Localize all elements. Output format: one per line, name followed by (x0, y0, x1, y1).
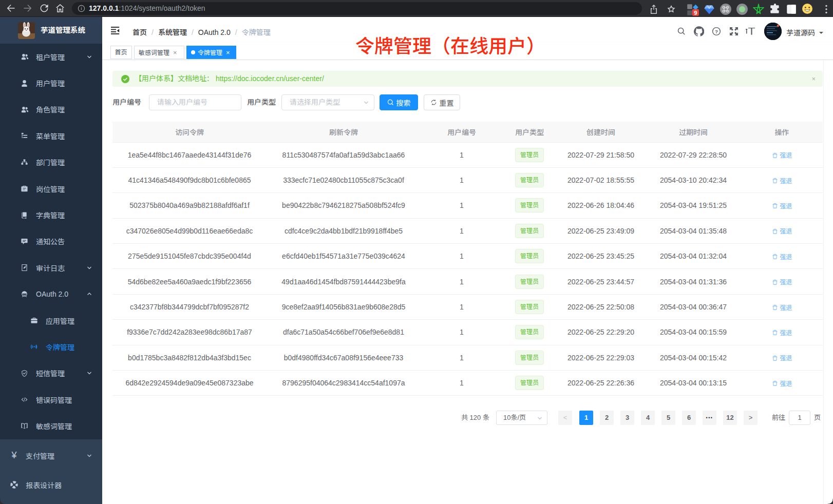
svg-text:?: ? (715, 29, 718, 34)
svg-text:9: 9 (694, 10, 697, 16)
